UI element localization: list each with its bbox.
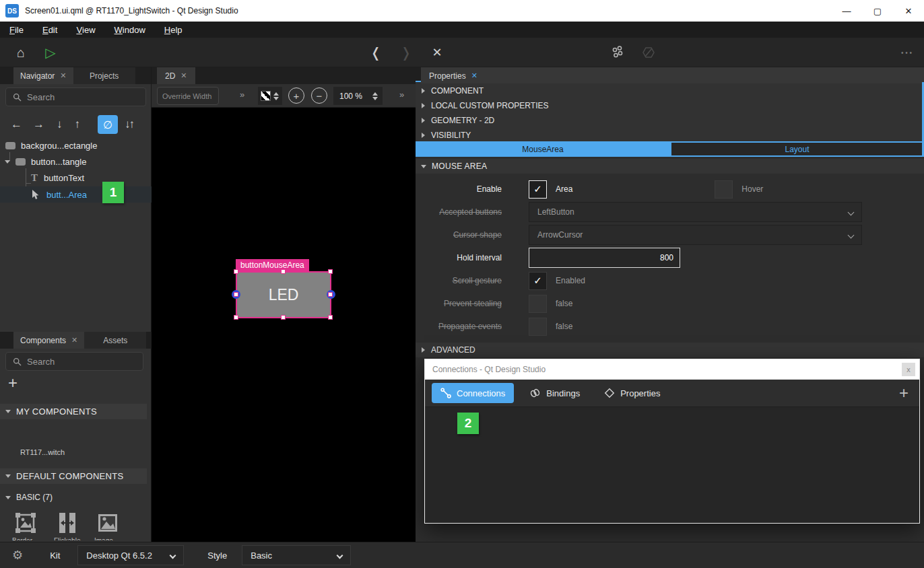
toolbar-overflow-icon[interactable]: » [399,90,404,100]
move-up-icon[interactable]: ↑ [75,118,81,131]
workspace-nodes-icon[interactable] [606,38,629,67]
subtab-mousearea[interactable]: MouseArea [416,141,670,157]
tab-navigator[interactable]: Navigator ✕ [13,67,73,84]
zoom-in-icon[interactable]: + [288,87,304,104]
close-icon[interactable]: ✕ [71,336,77,345]
spinner-icon[interactable] [372,92,378,100]
section-local-custom-properties[interactable]: LOCAL CUSTOM PROPERTIES [416,98,924,113]
style-dropdown[interactable]: Basic [242,545,351,565]
zoom-level-selector[interactable]: 100 % [333,87,383,105]
resize-handle-ne[interactable] [328,269,333,274]
close-document-icon[interactable]: ✕ [426,38,448,67]
tree-item-button-text[interactable]: T buttonText [0,170,152,186]
annotations-icon[interactable] [637,38,660,67]
spinner-icon[interactable] [273,92,279,100]
accepted-buttons-dropdown[interactable]: LeftButton [529,202,862,222]
resize-handle-e[interactable] [328,292,333,297]
main-toolbar: ⌂ ▷ Live Preview Screen01.ui.qml ❬ ❭ ✕ D… [0,38,924,67]
tab-properties[interactable]: Properties ✕ [421,67,924,84]
tab-projects[interactable]: Projects [73,67,135,84]
components-search-input[interactable] [27,357,121,367]
menu-window[interactable]: Window [105,22,155,38]
move-right-icon[interactable]: → [33,118,44,131]
tree-item-button-rectangle[interactable]: button...tangle [0,153,152,170]
section-default-components[interactable]: DEFAULT COMPONENTS [0,468,147,484]
run-play-icon[interactable]: ▷ [40,38,61,67]
add-connection-icon[interactable]: + [899,384,909,402]
menu-edit[interactable]: Edit [33,22,67,38]
subtab-layout[interactable]: Layout [670,141,924,157]
expander-icon[interactable] [5,160,10,164]
dialog-tab-properties[interactable]: Properties [595,383,669,403]
close-icon[interactable]: ✕ [471,71,477,80]
move-down-icon[interactable]: ↓ [57,118,63,131]
field-label: Hold interval [416,253,502,262]
navigator-search[interactable] [5,87,146,106]
section-visibility[interactable]: VISIBILITY [416,128,924,143]
section-my-components[interactable]: MY COMPONENTS [0,404,147,419]
component-item-rt1170-switch[interactable]: RT117...witch [20,448,65,456]
move-left-icon[interactable]: ← [11,118,22,131]
section-advanced[interactable]: ADVANCED [416,343,924,357]
prevent-stealing-checkbox[interactable] [529,295,547,313]
add-module-icon[interactable]: + [8,374,18,392]
component-label: Border Image [12,537,46,540]
resize-handle-nw[interactable] [234,269,238,274]
cursor-shape-dropdown[interactable]: ArrowCursor [529,225,862,245]
dialog-titlebar[interactable]: Connections - Qt Design Studio x [425,359,919,380]
reverse-order-icon[interactable]: ↓↑ [125,118,133,131]
background-color-selector[interactable] [258,87,282,105]
hold-interval-input[interactable] [529,248,680,268]
area-checkbox[interactable]: ✓ [529,180,547,199]
resize-handle-se[interactable] [328,315,333,320]
section-geometry-2d[interactable]: GEOMETRY - 2D [416,113,924,128]
component-border-image[interactable] [13,511,38,538]
tab-components-label: Components [20,336,66,345]
tab-2d[interactable]: 2D ✕ [157,67,195,84]
override-width-input[interactable] [157,87,219,105]
kit-dropdown[interactable]: Desktop Qt 6.5.2 [77,545,184,565]
tree-item-background-rectangle[interactable]: backgrou...ectangle [0,137,152,153]
home-icon[interactable]: ⌂ [11,38,31,67]
section-mouse-area[interactable]: MOUSE AREA [416,159,924,174]
dialog-tab-label: Connections [457,388,505,398]
close-icon[interactable]: ✕ [180,71,187,80]
back-arrow-icon[interactable]: ❬ [366,38,386,67]
dialog-tabbar: Connections Bindings Properties + [425,380,919,407]
tree-item-button-mouse-area[interactable]: butt...Area [0,186,152,203]
minimize-button[interactable]: — [831,0,862,22]
canvas-item-led-button[interactable]: LED [236,271,331,318]
navigator-tabbar: Navigator ✕ Projects [0,67,151,84]
section-basic[interactable]: BASIC (7) [0,490,147,505]
forward-arrow-icon[interactable]: ❭ [396,38,416,67]
navigator-search-input[interactable] [27,92,121,102]
propagate-events-checkbox[interactable] [529,318,547,336]
component-flickable[interactable] [55,511,79,538]
menu-file[interactable]: File [0,22,33,38]
close-button[interactable]: ✕ [893,0,924,22]
toolbar-overflow-icon[interactable]: » [240,90,244,100]
zoom-out-icon[interactable]: − [311,87,327,104]
resize-handle-s[interactable] [281,315,286,320]
resize-handle-sw[interactable] [234,315,238,320]
settings-gear-icon[interactable]: ⚙ [12,548,23,563]
tab-components[interactable]: Components ✕ [13,332,84,349]
section-label: ADVANCED [431,345,475,355]
dialog-tab-bindings[interactable]: Bindings [521,383,589,403]
maximize-button[interactable]: ▢ [862,0,893,22]
hover-checkbox[interactable] [715,180,733,199]
dialog-close-icon[interactable]: x [902,363,915,376]
resize-handle-n[interactable] [281,269,286,274]
close-icon[interactable]: ✕ [60,71,66,80]
dialog-tab-connections[interactable]: Connections [432,383,514,403]
menu-view[interactable]: View [67,22,104,38]
components-search[interactable] [5,352,143,371]
filter-visibility-icon[interactable]: ∅ [98,115,118,134]
resize-handle-w[interactable] [234,292,238,297]
component-image[interactable] [96,511,120,538]
scroll-gesture-checkbox[interactable]: ✓ [529,272,547,290]
tab-assets[interactable]: Assets [84,332,146,349]
overflow-menu-icon[interactable]: • • • [893,38,920,67]
section-component[interactable]: COMPONENT [416,83,924,98]
menu-help[interactable]: Help [155,22,192,38]
